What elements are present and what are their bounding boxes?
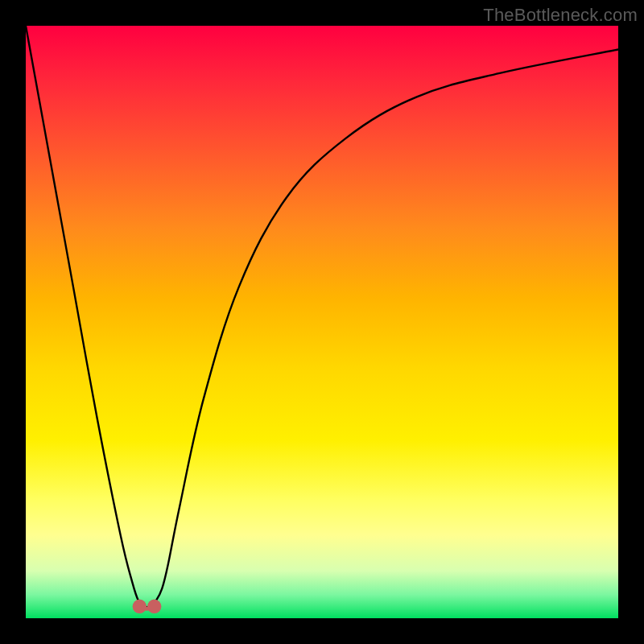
chart-frame: TheBottleneck.com [0,0,644,644]
left-min-marker [133,600,147,613]
curve-path [26,26,618,607]
watermark-text: TheBottleneck.com [483,5,638,26]
plot-area [26,26,618,618]
right-min-marker [147,600,161,613]
plot-svg [26,26,618,618]
